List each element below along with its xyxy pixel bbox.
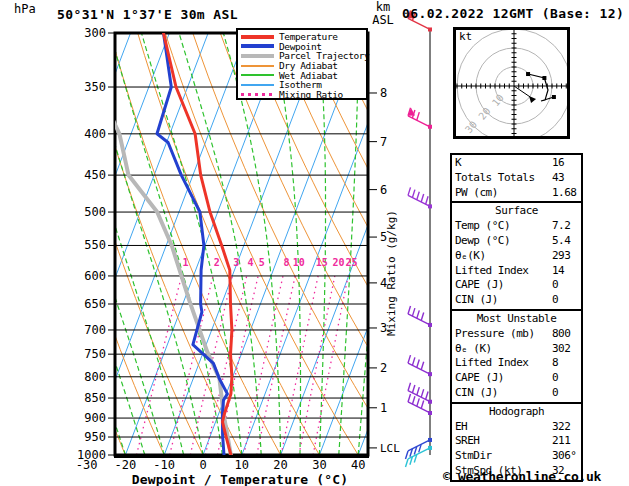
- svg-text:0: 0: [199, 458, 206, 472]
- svg-text:700: 700: [84, 323, 106, 337]
- row-value: 0: [552, 386, 558, 401]
- wind-barbs: [406, 10, 433, 466]
- legend-swatch: [241, 44, 274, 48]
- row-value: 1.68: [552, 186, 577, 201]
- svg-text:550: 550: [84, 238, 106, 252]
- row-label: CAPE (J): [455, 278, 504, 291]
- sounding-page: 1234581015202530035040045050055060065070…: [0, 0, 629, 486]
- table-row: Pressure (mb)800: [455, 327, 578, 342]
- table-row: SREH211: [455, 434, 578, 449]
- hodograph-plot: 102030: [456, 30, 567, 136]
- legend-swatch: [241, 74, 274, 76]
- svg-text:-20: -20: [115, 458, 137, 472]
- svg-text:8: 8: [380, 86, 387, 100]
- section-header: Surface: [455, 204, 578, 219]
- row-label: EH: [455, 420, 467, 433]
- info-section-surface: SurfaceTemp (°C)7.2Dewp (°C)5.4θₑ(K)293L…: [450, 201, 583, 311]
- table-row: StmDir306°: [455, 449, 578, 464]
- table-row: K16: [455, 156, 578, 171]
- row-value: 306°: [552, 449, 577, 464]
- table-row: PW (cm)1.68: [455, 186, 578, 201]
- hodograph-ring-label: 20: [476, 105, 492, 121]
- row-label: θₑ (K): [455, 342, 492, 355]
- page-title: 50°31'N 1°37'E 30m ASL: [57, 7, 238, 22]
- row-label: Totals Totals: [455, 171, 535, 184]
- table-row: Dewp (°C)5.4: [455, 234, 578, 249]
- mixing-ratio-value-label: 5: [259, 257, 265, 268]
- row-label: PW (cm): [455, 186, 498, 199]
- legend-item-mixing-ratio: Mixing Ratio: [241, 90, 366, 100]
- legend-swatch: [241, 35, 274, 39]
- legend-label: Mixing Ratio: [279, 89, 343, 100]
- row-label: Lifted Index: [455, 356, 528, 369]
- temp-tick-labels: -30-20-10010203040: [76, 458, 366, 472]
- row-value: 8: [552, 356, 558, 371]
- table-row: Temp (°C)7.2: [455, 219, 578, 234]
- table-row: CIN (J)0: [455, 293, 578, 308]
- hodograph-ring-label: 10: [490, 92, 506, 108]
- row-label: StmDir: [455, 449, 492, 462]
- mixing-ratio-value-label: 3: [233, 257, 239, 268]
- svg-text:40: 40: [351, 458, 365, 472]
- legend-swatch: [241, 84, 274, 86]
- chart-legend: TemperatureDewpointParcel TrajectoryDry …: [236, 28, 368, 100]
- table-row: CAPE (J)0: [455, 371, 578, 386]
- mixing-ratio-value-label: 8: [284, 257, 290, 268]
- altitude-axis-unit: km ASL: [366, 1, 400, 27]
- row-value: 322: [552, 420, 570, 435]
- row-value: 800: [552, 327, 570, 342]
- mixing-ratio-lines: [137, 276, 349, 455]
- mixing-ratio-value-label: 20: [332, 257, 344, 268]
- svg-text:950: 950: [84, 430, 106, 444]
- copyright: © weatheronline.co.uk: [443, 469, 601, 484]
- row-value: 302: [552, 342, 570, 357]
- run-date: 06.02.2022 12GMT (Base: 12): [402, 6, 624, 21]
- mixing-ratio-value-label: 10: [293, 257, 305, 268]
- svg-text:450: 450: [84, 168, 106, 182]
- mixing-ratio-axis-label: Mixing Ratio (g/kg): [385, 203, 399, 343]
- row-value: 5.4: [552, 234, 570, 249]
- mixing-ratio-value-label: 15: [316, 257, 328, 268]
- row-value: 43: [552, 171, 564, 186]
- mixing-ratio-value-label: 25: [346, 257, 358, 268]
- hodograph-ring-label: 30: [463, 119, 479, 135]
- info-tables: K16Totals Totals43PW (cm)1.68SurfaceTemp…: [450, 153, 583, 482]
- row-label: CAPE (J): [455, 371, 504, 384]
- svg-text:6: 6: [380, 183, 387, 197]
- table-row: Totals Totals43: [455, 171, 578, 186]
- row-label: Dewp (°C): [455, 234, 510, 247]
- svg-text:350: 350: [84, 80, 106, 94]
- svg-text:850: 850: [84, 391, 106, 405]
- section-header: Hodograph: [455, 405, 578, 420]
- hodograph-unit-label: kt: [459, 30, 472, 43]
- table-row: θₑ (K)302: [455, 342, 578, 357]
- svg-text:400: 400: [84, 127, 106, 141]
- row-value: 0: [552, 278, 558, 293]
- row-label: CIN (J): [455, 293, 498, 306]
- row-value: 16: [552, 156, 564, 171]
- pressure-axis-unit: hPa: [14, 2, 36, 16]
- row-label: K: [455, 156, 461, 169]
- pressure-tick-labels: 3003504004505005506006507007508008509009…: [77, 26, 106, 462]
- legend-swatch: [241, 93, 274, 96]
- table-row: CIN (J)0: [455, 386, 578, 401]
- table-row: Lifted Index14: [455, 264, 578, 279]
- svg-text:-10: -10: [153, 458, 175, 472]
- row-label: Lifted Index: [455, 264, 528, 277]
- svg-text:-30: -30: [76, 458, 98, 472]
- svg-text:30: 30: [312, 458, 326, 472]
- mixing-ratio-value-label: 1: [182, 257, 188, 268]
- row-label: θₑ(K): [455, 249, 486, 262]
- row-value: 211: [552, 434, 570, 449]
- svg-text:7: 7: [380, 135, 387, 149]
- svg-text:1: 1: [380, 401, 387, 415]
- lcl-label: LCL: [380, 442, 400, 455]
- info-section: K16Totals Totals43PW (cm)1.68: [450, 153, 583, 203]
- svg-text:650: 650: [84, 297, 106, 311]
- row-value: 7.2: [552, 219, 570, 234]
- row-label: Pressure (mb): [455, 327, 535, 340]
- row-value: 0: [552, 293, 558, 308]
- info-section-most-unstable: Most UnstablePressure (mb)800θₑ (K)302Li…: [450, 309, 583, 404]
- mixing-ratio-value-label: 2: [214, 257, 220, 268]
- svg-text:500: 500: [84, 205, 106, 219]
